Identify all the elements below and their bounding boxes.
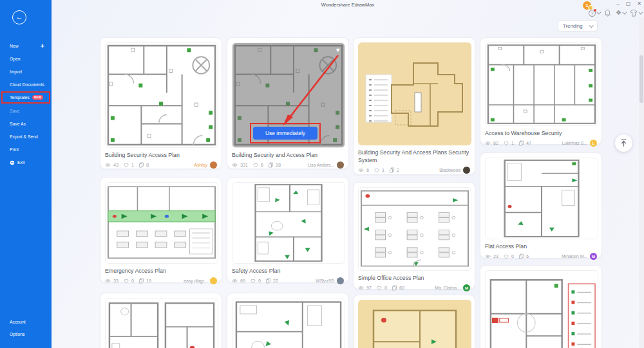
- template-author[interactable]: Ma. Clariss...M: [435, 284, 470, 291]
- scrollbar-thumb[interactable]: [639, 55, 643, 103]
- author-avatar: [210, 161, 217, 169]
- views-eye-icon: [358, 168, 364, 172]
- sidebar-item-open[interactable]: Open: [0, 52, 52, 65]
- theme-shirt-icon[interactable]: [630, 10, 641, 17]
- template-stats: 62147: [485, 140, 534, 146]
- template-card-building-security-access-plan[interactable]: Building Security Access Plan4318Ashley: [100, 37, 222, 169]
- template-card-partial[interactable]: [480, 265, 602, 348]
- title-bar: Wondershare EdrawMax 1 – ▢ ✕ ? ❖: [52, 0, 644, 18]
- likes-heart-count: 6: [261, 162, 263, 168]
- views-eye-count: 97: [366, 285, 372, 291]
- sidebar-item-options[interactable]: Options: [0, 328, 52, 340]
- copies-count: 8: [146, 162, 149, 168]
- template-author[interactable]: Blackwood: [439, 167, 470, 174]
- likes-heart-icon: [377, 286, 382, 291]
- copies-icon: [519, 140, 524, 146]
- views-eye-icon: [232, 163, 238, 167]
- sort-dropdown[interactable]: Trending: [558, 20, 598, 32]
- sidebar-item-print[interactable]: Print: [0, 143, 52, 156]
- template-card-partial[interactable]: [353, 295, 475, 348]
- template-card-emergency-access-plan[interactable]: Emergency Access Plan33019easy diagr...: [100, 177, 222, 283]
- template-card-building-security-and-access-plan[interactable]: ♥Building Security and Access Plan331628…: [227, 37, 349, 169]
- sidebar-item-save[interactable]: Save: [0, 104, 52, 117]
- template-card-building-security-and-access-plans-security-system[interactable]: Building Security And Access Plans Secur…: [353, 37, 475, 175]
- sidebar-item-save-as[interactable]: Save As: [0, 117, 52, 130]
- template-title: Building Security Access Plan: [105, 151, 217, 159]
- template-author[interactable]: easy diagr...: [184, 277, 217, 284]
- template-stats: 612: [358, 167, 402, 173]
- template-thumbnail: [358, 42, 471, 145]
- template-stats: 4318: [105, 162, 151, 168]
- copies-icon: [266, 278, 270, 284]
- template-thumbnail: [232, 298, 345, 348]
- template-card-partial[interactable]: [100, 293, 222, 348]
- sidebar-item-templates[interactable]: TemplatesNEW: [0, 91, 52, 104]
- author-avatar: L: [590, 140, 597, 147]
- template-meta: 331628Lisa Anders...: [232, 161, 344, 169]
- sidebar-item-label: Export & Send: [10, 134, 38, 139]
- copies-icon: [139, 278, 144, 284]
- sidebar-item-new[interactable]: New+: [0, 39, 52, 52]
- sidebar-item-exit[interactable]: Exit: [0, 156, 52, 169]
- sidebar-footer-menu: AccountOptions: [0, 316, 52, 340]
- window-title: Wondershare EdrawMax: [52, 2, 644, 8]
- author-avatar: [337, 161, 344, 169]
- app-window: ← New+OpenImportCloud DocumentsTemplates…: [0, 0, 644, 348]
- template-stats: 33019: [105, 278, 154, 284]
- sidebar-item-cloud-documents[interactable]: Cloud Documents: [0, 78, 52, 91]
- maximize-button[interactable]: ▢: [626, 1, 631, 6]
- sidebar-item-label: Account: [10, 320, 26, 324]
- sidebar-item-export-send[interactable]: Export & Send: [0, 130, 52, 143]
- author-name: Ma. Clariss...: [435, 286, 460, 290]
- author-name: Minaiolin M...: [562, 254, 587, 259]
- template-title: Building Security and Access Plan: [232, 151, 344, 159]
- template-author[interactable]: Minaiolin M...M: [562, 253, 597, 260]
- author-avatar: [463, 167, 470, 174]
- author-avatar: [210, 277, 217, 284]
- template-card-partial[interactable]: [227, 293, 349, 348]
- copies-count: 28: [276, 162, 281, 168]
- sidebar-item-import[interactable]: Import: [0, 65, 52, 78]
- copies-count: 47: [526, 140, 531, 146]
- author-avatar: M: [463, 284, 470, 291]
- author-name: Lukinhás S...: [562, 141, 587, 145]
- likes-heart-count: 0: [131, 278, 134, 284]
- template-title: Building Security And Access Plans Secur…: [358, 149, 470, 164]
- sidebar-item-label: Save As: [10, 122, 26, 126]
- template-card-safety-access-plan[interactable]: Safety Access Plan69022WStzz92l: [227, 177, 349, 283]
- template-card-access-to-warehouse-security[interactable]: Access to Warehouse Security62147Lukinhá…: [480, 37, 602, 145]
- arrow-up-to-line-icon: [619, 138, 629, 148]
- template-author[interactable]: Lukinhás S...L: [562, 140, 597, 147]
- back-to-top-button[interactable]: [615, 134, 632, 152]
- template-thumbnail: [105, 42, 218, 148]
- back-button[interactable]: ←: [12, 10, 26, 24]
- template-thumbnail: [105, 182, 218, 264]
- template-title: Access to Warehouse Security: [485, 129, 597, 137]
- favorite-heart-icon[interactable]: ♥: [336, 46, 340, 53]
- views-eye-icon: [232, 279, 238, 283]
- close-button[interactable]: ✕: [637, 1, 641, 6]
- views-eye-icon: [105, 163, 111, 167]
- likes-heart-icon: [504, 141, 509, 146]
- likes-heart-count: 1: [382, 167, 384, 173]
- apps-icon[interactable]: ❖: [616, 10, 625, 16]
- notifications-bell-icon[interactable]: [604, 9, 611, 17]
- template-author[interactable]: WStzz92l: [316, 277, 344, 284]
- author-name: Lisa Anders...: [308, 163, 334, 167]
- template-thumbnail: [358, 187, 471, 271]
- template-author[interactable]: Lisa Anders...: [308, 161, 344, 169]
- likes-heart-count: 0: [258, 278, 261, 284]
- use-immediately-button[interactable]: Use immediately: [253, 127, 317, 140]
- help-icon[interactable]: ?: [589, 10, 600, 17]
- minimize-button[interactable]: –: [616, 1, 619, 6]
- sidebar-item-account[interactable]: Account: [0, 316, 52, 328]
- scrollbar-track[interactable]: [639, 18, 644, 348]
- template-card-flat-access-plan[interactable]: Flat Access Plan2306Minaiolin M...M: [480, 152, 602, 259]
- template-thumbnail: [485, 42, 598, 126]
- template-author[interactable]: Ashley: [194, 161, 217, 169]
- template-card-simple-office-access-plan[interactable]: Simple Office Access Plan97060Ma. Claris…: [353, 182, 475, 289]
- new-plus-icon[interactable]: +: [41, 42, 44, 50]
- views-eye-count: 43: [113, 162, 118, 168]
- views-eye-count: 331: [240, 162, 248, 168]
- likes-heart-icon: [251, 279, 256, 284]
